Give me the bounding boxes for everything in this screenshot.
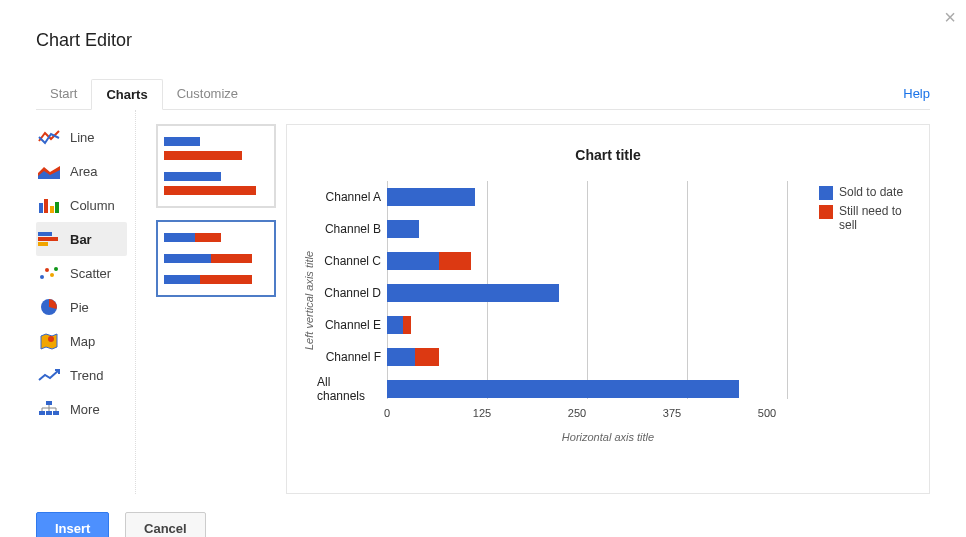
svg-rect-8 bbox=[38, 242, 48, 246]
chart-title: Chart title bbox=[301, 147, 915, 163]
svg-rect-16 bbox=[46, 401, 52, 405]
category-label: Channel C bbox=[317, 245, 387, 277]
legend-item: Sold to date bbox=[819, 185, 919, 200]
sidebar-item-line[interactable]: Line bbox=[36, 120, 127, 154]
svg-rect-5 bbox=[55, 202, 59, 213]
bar-segment bbox=[387, 252, 439, 270]
sidebar-item-pie[interactable]: Pie bbox=[36, 290, 127, 324]
bar-segment bbox=[387, 220, 419, 238]
bar-segment bbox=[415, 348, 439, 366]
map-icon bbox=[38, 331, 60, 351]
bar-segment bbox=[387, 380, 739, 398]
sidebar-item-column[interactable]: Column bbox=[36, 188, 127, 222]
chart-type-sidebar: Line Area Column Bar Scatter Pie Map Tr bbox=[36, 110, 136, 494]
area-icon bbox=[38, 161, 60, 181]
bar-row bbox=[387, 213, 787, 245]
sidebar-item-label: Scatter bbox=[70, 266, 111, 281]
svg-point-9 bbox=[40, 275, 44, 279]
bar-segment bbox=[387, 284, 559, 302]
sidebar-item-map[interactable]: Map bbox=[36, 324, 127, 358]
svg-rect-17 bbox=[39, 411, 45, 415]
bar-row bbox=[387, 373, 787, 405]
category-label: Channel F bbox=[317, 341, 387, 373]
help-link[interactable]: Help bbox=[903, 86, 930, 101]
category-label: All channels bbox=[317, 373, 387, 405]
bar-segment bbox=[387, 316, 403, 334]
svg-rect-7 bbox=[38, 237, 58, 241]
trend-icon bbox=[38, 365, 60, 385]
line-icon bbox=[38, 127, 60, 147]
sidebar-item-label: Map bbox=[70, 334, 95, 349]
x-axis-title: Horizontal axis title bbox=[301, 431, 915, 443]
svg-point-10 bbox=[45, 268, 49, 272]
tab-customize[interactable]: Customize bbox=[163, 79, 252, 109]
bar-row bbox=[387, 277, 787, 309]
more-icon bbox=[38, 399, 60, 419]
legend-label: Sold to date bbox=[839, 185, 903, 199]
plot-area: 0125250375500 bbox=[387, 181, 787, 419]
legend-swatch-icon bbox=[819, 186, 833, 200]
chart-legend: Sold to date Still need to sell bbox=[819, 185, 919, 236]
y-axis-title: Left vertical axis title bbox=[301, 181, 317, 419]
sidebar-item-label: Line bbox=[70, 130, 95, 145]
x-axis-ticks: 0125250375500 bbox=[387, 407, 787, 419]
svg-rect-18 bbox=[46, 411, 52, 415]
sidebar-item-scatter[interactable]: Scatter bbox=[36, 256, 127, 290]
bar-row bbox=[387, 245, 787, 277]
legend-swatch-icon bbox=[819, 205, 833, 219]
bar-segment bbox=[387, 188, 475, 206]
sidebar-item-bar[interactable]: Bar bbox=[36, 222, 127, 256]
svg-point-11 bbox=[50, 273, 54, 277]
svg-rect-19 bbox=[53, 411, 59, 415]
column-icon bbox=[38, 195, 60, 215]
y-axis-labels: Channel A Channel B Channel C Channel D … bbox=[317, 181, 387, 419]
bar-row bbox=[387, 341, 787, 373]
bar-variant-grouped[interactable] bbox=[156, 124, 276, 208]
sidebar-item-label: Column bbox=[70, 198, 115, 213]
scatter-icon bbox=[38, 263, 60, 283]
bar-segment bbox=[387, 348, 415, 366]
sidebar-item-more[interactable]: More bbox=[36, 392, 127, 426]
dialog-footer: Insert Cancel bbox=[0, 494, 966, 537]
category-label: Channel A bbox=[317, 181, 387, 213]
bar-segment bbox=[403, 316, 411, 334]
svg-rect-4 bbox=[50, 206, 54, 213]
chart-preview: Chart title Left vertical axis title Cha… bbox=[286, 124, 930, 494]
dialog-title: Chart Editor bbox=[36, 30, 930, 51]
svg-rect-2 bbox=[39, 203, 43, 213]
sidebar-item-label: Trend bbox=[70, 368, 103, 383]
legend-label: Still need to sell bbox=[839, 204, 919, 232]
legend-item: Still need to sell bbox=[819, 204, 919, 232]
gridline bbox=[787, 181, 788, 399]
svg-point-12 bbox=[54, 267, 58, 271]
svg-marker-14 bbox=[41, 334, 57, 349]
tab-start[interactable]: Start bbox=[36, 79, 91, 109]
x-tick-label: 0 bbox=[367, 407, 407, 419]
chart-variant-thumbs bbox=[136, 110, 286, 494]
x-tick-label: 250 bbox=[557, 407, 597, 419]
insert-button[interactable]: Insert bbox=[36, 512, 109, 537]
x-tick-label: 375 bbox=[652, 407, 692, 419]
svg-rect-3 bbox=[44, 199, 48, 213]
bar-row bbox=[387, 309, 787, 341]
sidebar-item-area[interactable]: Area bbox=[36, 154, 127, 188]
category-label: Channel B bbox=[317, 213, 387, 245]
bar-variant-stacked[interactable] bbox=[156, 220, 276, 297]
tab-charts[interactable]: Charts bbox=[91, 79, 162, 110]
bar-segment bbox=[439, 252, 471, 270]
sidebar-item-trend[interactable]: Trend bbox=[36, 358, 127, 392]
close-icon[interactable]: × bbox=[944, 6, 956, 29]
x-tick-label: 500 bbox=[747, 407, 787, 419]
bar-icon bbox=[38, 229, 60, 249]
cancel-button[interactable]: Cancel bbox=[125, 512, 206, 537]
sidebar-item-label: More bbox=[70, 402, 100, 417]
category-label: Channel E bbox=[317, 309, 387, 341]
svg-rect-6 bbox=[38, 232, 52, 236]
sidebar-item-label: Pie bbox=[70, 300, 89, 315]
tab-bar: Start Charts Customize Help bbox=[36, 79, 930, 110]
sidebar-item-label: Bar bbox=[70, 232, 92, 247]
sidebar-item-label: Area bbox=[70, 164, 97, 179]
pie-icon bbox=[38, 297, 60, 317]
bar-row bbox=[387, 181, 787, 213]
x-tick-label: 125 bbox=[462, 407, 502, 419]
